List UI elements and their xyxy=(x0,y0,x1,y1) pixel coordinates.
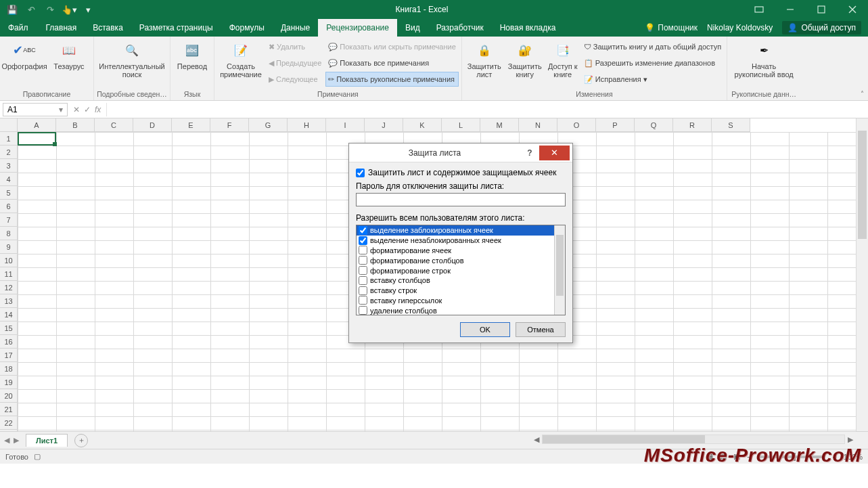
protect-share-button[interactable]: 🛡 Защитить книгу и дать общий доступ xyxy=(581,39,724,54)
next-comment-button[interactable]: ▶ Следующее xyxy=(266,72,324,87)
row-header[interactable]: 12 xyxy=(0,281,18,294)
view-normal-icon[interactable]: ▦ xyxy=(706,452,713,461)
tab-pagelayout[interactable]: Разметка страницы xyxy=(131,19,221,37)
tab-formulas[interactable]: Формулы xyxy=(221,19,273,37)
zoom-in-icon[interactable]: + xyxy=(832,453,836,461)
row-header[interactable]: 8 xyxy=(0,227,18,240)
row-header[interactable]: 22 xyxy=(0,416,18,430)
spelling-button[interactable]: ✔ABC Орфография xyxy=(3,38,46,70)
tab-insert[interactable]: Вставка xyxy=(85,19,131,37)
permission-checkbox[interactable] xyxy=(359,236,367,245)
password-input[interactable] xyxy=(356,193,566,206)
qa-customize-icon[interactable]: ▾ xyxy=(80,2,96,17)
dialog-help-icon[interactable]: ? xyxy=(520,148,539,158)
smart-lookup-button[interactable]: 🔍 Интеллектуальный поиск xyxy=(97,38,167,79)
row-header[interactable]: 10 xyxy=(0,254,18,267)
show-all-comments-button[interactable]: 💬 Показать все примечания xyxy=(325,56,458,70)
column-header[interactable]: C xyxy=(95,118,133,132)
maximize-button[interactable] xyxy=(806,0,837,19)
tab-data[interactable]: Данные xyxy=(273,19,318,37)
column-header[interactable]: B xyxy=(56,118,95,132)
row-header[interactable]: 17 xyxy=(0,349,18,362)
horizontal-scrollbar[interactable]: ◀ ▶ xyxy=(531,433,856,445)
allow-ranges-button[interactable]: 📋 Разрешить изменение диапазонов xyxy=(581,56,724,70)
permission-checkbox[interactable] xyxy=(359,226,367,235)
column-header[interactable]: K xyxy=(403,118,442,132)
row-header[interactable]: 20 xyxy=(0,389,18,403)
formula-input[interactable] xyxy=(106,103,868,116)
row-header[interactable]: 2 xyxy=(0,146,18,159)
column-header[interactable]: H xyxy=(288,118,326,132)
new-sheet-button[interactable]: ＋ xyxy=(74,434,88,447)
close-button[interactable] xyxy=(837,0,868,19)
column-header[interactable]: A xyxy=(18,118,56,132)
thesaurus-button[interactable]: 📖 Тезаурус xyxy=(47,38,91,70)
permission-item[interactable]: форматирование столбцов xyxy=(357,255,554,265)
touch-mode-icon[interactable]: 👆▾ xyxy=(61,2,77,17)
permission-checkbox[interactable] xyxy=(359,306,367,315)
column-header[interactable]: G xyxy=(249,118,288,132)
show-ink-button[interactable]: ✏ Показать рукописные примечания xyxy=(325,72,458,87)
column-header[interactable]: R xyxy=(673,118,712,132)
row-header[interactable]: 11 xyxy=(0,267,18,281)
ribbon-options-icon[interactable] xyxy=(744,0,775,19)
tell-me[interactable]: 💡 Помощник xyxy=(645,23,698,32)
permission-checkbox[interactable] xyxy=(359,276,367,285)
protect-workbook-button[interactable]: 🔐 Защитить книгу xyxy=(505,38,545,79)
row-header[interactable]: 19 xyxy=(0,376,18,389)
view-pagelayout-icon[interactable]: ▤ xyxy=(720,452,727,461)
row-header[interactable]: 4 xyxy=(0,173,18,186)
fill-handle[interactable] xyxy=(53,142,57,146)
collapse-ribbon-icon[interactable]: ˄ xyxy=(861,90,864,97)
column-header[interactable]: E xyxy=(172,118,210,132)
column-header[interactable]: L xyxy=(442,118,480,132)
protect-sheet-button[interactable]: 🔒 Защитить лист xyxy=(465,38,504,79)
permission-checkbox[interactable] xyxy=(359,246,367,254)
permission-checkbox[interactable] xyxy=(359,286,367,295)
column-header[interactable]: Q xyxy=(635,118,673,132)
active-cell[interactable] xyxy=(18,132,56,146)
permission-item[interactable]: вставку гиперссылок xyxy=(357,296,554,306)
protect-checkbox-row[interactable]: Защитить лист и содержимое защищаемых яч… xyxy=(356,168,566,177)
row-header[interactable]: 21 xyxy=(0,403,18,416)
row-header[interactable]: 15 xyxy=(0,321,18,335)
sheet-tab[interactable]: Лист1 xyxy=(26,434,68,447)
save-icon[interactable]: 💾 xyxy=(4,2,20,17)
row-header[interactable]: 1 xyxy=(0,132,18,146)
permission-item[interactable]: выделение незаблокированных ячеек xyxy=(357,236,554,246)
row-header[interactable]: 5 xyxy=(0,186,18,200)
translate-button[interactable]: 🔤 Перевод xyxy=(173,38,211,70)
protect-checkbox[interactable] xyxy=(356,169,365,177)
prev-comment-button[interactable]: ◀ Предыдущее xyxy=(266,56,324,70)
tab-home[interactable]: Главная xyxy=(38,19,85,37)
delete-comment-button[interactable]: ✖ Удалить xyxy=(266,39,324,54)
tab-review[interactable]: Рецензирование xyxy=(318,19,397,37)
permission-item[interactable]: удаление столбцов xyxy=(357,305,554,315)
row-header[interactable]: 14 xyxy=(0,308,18,321)
zoom-out-icon[interactable]: − xyxy=(747,453,751,461)
fx-icon[interactable]: fx xyxy=(95,105,101,114)
showhide-comment-button[interactable]: 💬 Показать или скрыть примечание xyxy=(325,39,458,54)
zoom-slider[interactable] xyxy=(758,456,825,458)
share-button[interactable]: 👤 Общий доступ xyxy=(782,21,861,35)
column-header[interactable]: F xyxy=(210,118,249,132)
row-header[interactable]: 13 xyxy=(0,294,18,308)
ok-button[interactable]: OK xyxy=(460,322,510,337)
sheet-nav-prev-icon[interactable]: ◀ xyxy=(0,436,14,445)
permission-item[interactable]: форматирование ячеек xyxy=(357,246,554,256)
minimize-button[interactable] xyxy=(775,0,806,19)
row-header[interactable]: 16 xyxy=(0,335,18,349)
column-header[interactable]: J xyxy=(365,118,403,132)
share-workbook-button[interactable]: 📑 Доступ к книге xyxy=(546,38,580,79)
name-box-dropdown-icon[interactable]: ▾ xyxy=(59,105,63,114)
track-changes-button[interactable]: 📝 Исправления ▾ xyxy=(581,72,724,87)
zoom-value[interactable]: 100% xyxy=(844,453,863,461)
row-header[interactable]: 3 xyxy=(0,159,18,173)
column-header[interactable]: M xyxy=(480,118,519,132)
permissions-list[interactable]: выделение заблокированных ячееквыделение… xyxy=(356,225,566,315)
start-inking-button[interactable]: ✒ Начать рукописный ввод xyxy=(730,38,798,79)
cancel-formula-icon[interactable]: ✕ xyxy=(73,105,80,114)
permission-checkbox[interactable] xyxy=(359,296,367,305)
permission-item[interactable]: вставку строк xyxy=(357,286,554,296)
user-name[interactable]: Nikolay Koldovsky xyxy=(707,23,773,32)
